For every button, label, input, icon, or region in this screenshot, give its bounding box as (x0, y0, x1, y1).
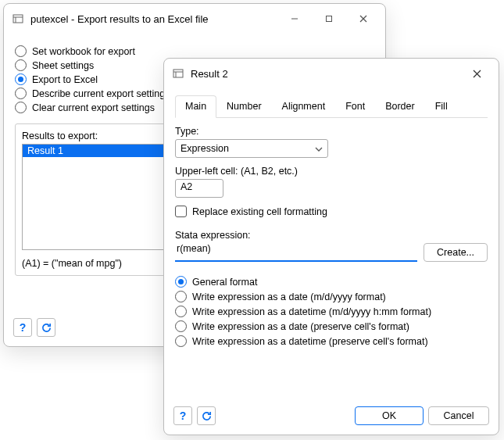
cell-label: Upper-left cell: (A1, B2, etc.) (175, 166, 488, 177)
option-label: Describe current export settings (32, 88, 170, 99)
format-date-mdy[interactable]: Write expression as a date (m/d/yyyy for… (175, 291, 488, 302)
close-button[interactable] (346, 8, 381, 30)
result-editor-window: Result 2 Main Number Alignment Font Bord… (163, 58, 499, 435)
help-icon: ? (20, 321, 27, 334)
radio-icon (15, 88, 27, 99)
tabs: Main Number Alignment Font Border Fill (175, 95, 488, 118)
svg-rect-0 (13, 15, 23, 23)
checkbox-icon (175, 206, 187, 217)
option-label: Export to Excel (32, 74, 98, 85)
tab-font[interactable]: Font (335, 95, 375, 118)
radio-icon (175, 306, 187, 317)
reset-button[interactable] (37, 318, 55, 337)
reset-button[interactable] (197, 406, 216, 425)
titlebar: Result 2 (164, 59, 499, 88)
radio-icon (15, 73, 27, 85)
refresh-icon (41, 322, 52, 334)
window-icon (172, 67, 184, 80)
window-icon (12, 13, 24, 25)
window-title: Result 2 (191, 68, 459, 80)
format-datetime-preserve[interactable]: Write expression as a datetime (preserve… (175, 335, 488, 347)
type-label: Type: (175, 126, 488, 137)
tab-alignment[interactable]: Alignment (272, 95, 336, 118)
chevron-down-icon (315, 143, 323, 154)
close-button[interactable] (459, 63, 494, 84)
radio-icon (175, 320, 187, 332)
format-label: Write expression as a date (m/d/yyyy for… (192, 292, 386, 302)
radio-icon (175, 276, 187, 288)
radio-icon (175, 335, 187, 347)
tab-main[interactable]: Main (175, 95, 216, 118)
create-button[interactable]: Create... (424, 243, 488, 262)
format-label: Write expression as a datetime (preserve… (192, 336, 428, 347)
tab-border[interactable]: Border (375, 95, 425, 118)
radio-icon (175, 291, 187, 302)
svg-rect-7 (173, 70, 183, 77)
titlebar: putexcel - Export results to an Excel fi… (4, 4, 385, 34)
format-date-preserve[interactable]: Write expression as a date (preserve cel… (175, 320, 488, 332)
minimize-button[interactable] (277, 8, 312, 30)
radio-icon (15, 45, 27, 57)
format-general[interactable]: General format (175, 276, 488, 288)
help-button[interactable]: ? (173, 406, 192, 425)
option-label: Set workbook for export (32, 46, 135, 57)
stata-label: Stata expression: (175, 230, 488, 241)
tab-fill[interactable]: Fill (425, 95, 458, 118)
stata-expression-input[interactable]: r(mean) (175, 243, 417, 262)
option-label: Sheet settings (32, 60, 94, 71)
window-title: putexcel - Export results to an Excel fi… (30, 13, 277, 25)
tab-number[interactable]: Number (216, 95, 271, 118)
radio-icon (15, 102, 27, 113)
option-set-workbook[interactable]: Set workbook for export (15, 45, 374, 57)
cell-input[interactable]: A2 (175, 179, 223, 198)
type-value: Expression (181, 143, 229, 154)
type-select[interactable]: Expression (175, 139, 328, 158)
replace-formatting-checkbox[interactable]: Replace existing cell formatting (175, 206, 488, 217)
checkbox-label: Replace existing cell formatting (192, 206, 327, 217)
refresh-icon (201, 410, 213, 422)
help-icon: ? (180, 410, 187, 422)
format-label: Write expression as a date (preserve cel… (192, 321, 409, 332)
ok-button[interactable]: OK (355, 406, 424, 425)
format-label: Write expression as a datetime (m/d/yyyy… (192, 306, 431, 317)
maximize-button[interactable] (312, 8, 346, 30)
svg-rect-4 (327, 16, 332, 22)
help-button[interactable]: ? (13, 318, 32, 337)
option-label: Clear current export settings (32, 102, 155, 113)
radio-icon (15, 59, 27, 71)
format-label: General format (192, 277, 257, 288)
format-datetime-mdy[interactable]: Write expression as a datetime (m/d/yyyy… (175, 306, 488, 317)
cancel-button[interactable]: Cancel (428, 406, 489, 425)
